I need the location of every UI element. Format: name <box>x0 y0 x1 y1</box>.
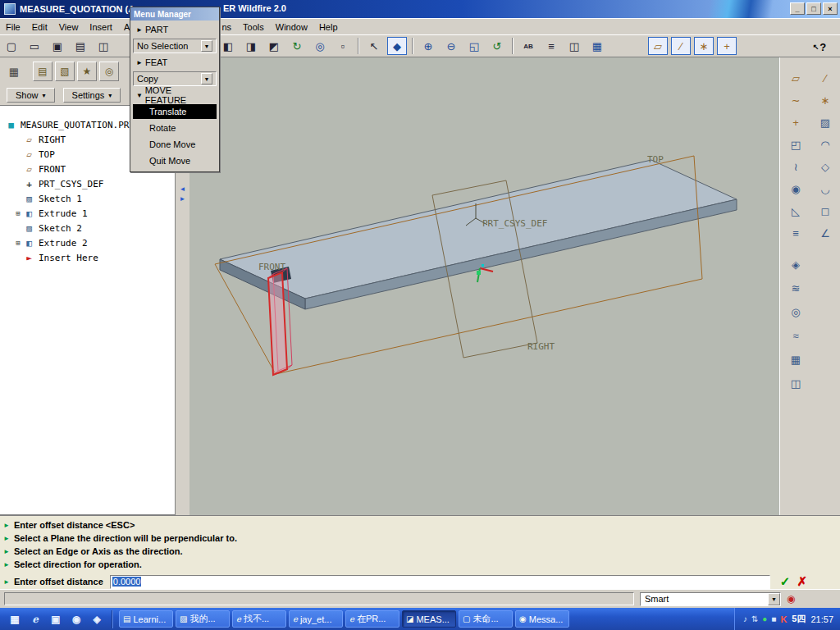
menu-manager-title[interactable]: Menu Manager <box>130 7 219 21</box>
menu-file[interactable]: File <box>0 21 26 34</box>
media-player-icon[interactable]: ◉ <box>69 612 84 627</box>
revolve-tool[interactable]: ◠ <box>815 135 835 153</box>
mm-rotate-item[interactable]: Rotate <box>133 121 217 135</box>
save-file-button[interactable]: ▣ <box>48 37 67 55</box>
style-tool[interactable]: ≋ <box>786 279 806 297</box>
tree-item-extrude2[interactable]: ⊞ ◧ Extrude 2 <box>0 235 175 250</box>
datum-points-toggle[interactable]: ∗ <box>694 37 714 55</box>
tree-item-extrude1[interactable]: ⊞ ◧ Extrude 1 <box>0 206 175 221</box>
tray-antivirus-icon[interactable]: ● <box>762 614 767 623</box>
menu-insert[interactable]: Insert <box>84 21 118 34</box>
expand-icon[interactable]: ⊞ <box>13 239 23 247</box>
ime-indicator[interactable]: 5四 <box>792 613 806 625</box>
round-tool[interactable]: ◡ <box>815 180 835 198</box>
accept-button[interactable]: ✓ <box>780 574 791 589</box>
model-view[interactable]: TOP FRONT RIGHT PRT_CSYS_DEF <box>189 57 779 515</box>
folder-browser-tab[interactable]: ▧ <box>55 62 75 81</box>
task-browser-3[interactable]: e 在PR... <box>345 610 399 628</box>
datum-axis-tool[interactable]: ∕ <box>815 69 835 87</box>
blend-tool[interactable]: ◇ <box>815 158 835 176</box>
model-tree-tab[interactable]: ▤ <box>33 62 52 81</box>
menu-view[interactable]: View <box>53 21 84 34</box>
menu-help[interactable]: Help <box>313 21 344 34</box>
datum-csys-toggle[interactable]: + <box>717 37 737 55</box>
print-button[interactable]: ▤ <box>71 37 90 55</box>
datum-plane-tool[interactable]: ▱ <box>786 69 806 87</box>
csys-label[interactable]: PRT_CSYS_DEF <box>482 218 547 229</box>
datum-csys-tool[interactable]: + <box>786 113 806 131</box>
new-file-button[interactable]: ▢ <box>2 37 21 55</box>
chamfer-tool[interactable]: ◺ <box>786 202 806 220</box>
refit-button[interactable]: ◱ <box>464 37 484 55</box>
tray-volume-icon[interactable]: ♪ <box>743 614 747 623</box>
rib-tool[interactable]: ≡ <box>786 224 806 242</box>
tray-update-icon[interactable]: ■ <box>771 614 776 623</box>
sketch-tool[interactable]: ▨ <box>815 113 835 131</box>
show-button[interactable]: Show ▾ <box>7 88 55 103</box>
open-file-button[interactable]: ▭ <box>25 37 44 55</box>
sweep-tool[interactable]: ≀ <box>786 158 806 176</box>
saved-views-button[interactable]: ▦ <box>587 37 607 55</box>
tree-item-sketch2[interactable]: ▨ Sketch 2 <box>0 221 175 235</box>
datum-point-tool[interactable]: ∗ <box>815 91 835 109</box>
front-datum-label[interactable]: FRONT <box>258 262 285 272</box>
cancel-button[interactable]: ✗ <box>797 574 807 589</box>
navigator-toggle-button[interactable]: ▦ <box>4 62 24 81</box>
maximize-button[interactable]: □ <box>806 2 821 15</box>
draft-tool[interactable]: ∠ <box>815 224 835 242</box>
taskbar-clock[interactable]: 21:57 <box>810 614 833 624</box>
task-my-documents[interactable]: ▨ 我的... <box>176 610 230 628</box>
mm-part-header[interactable]: ► PART <box>133 22 217 37</box>
mm-selection-combo[interactable]: No Selection ▼ <box>133 39 217 53</box>
history-tab[interactable]: ◎ <box>99 62 119 81</box>
close-button[interactable]: × <box>823 2 838 15</box>
layers-button[interactable]: ≡ <box>541 37 561 55</box>
settings-button[interactable]: Settings ▾ <box>63 88 121 103</box>
pattern-tool[interactable]: ▦ <box>786 350 806 368</box>
collapse-right-icon[interactable]: ► <box>180 195 186 203</box>
regenerate-button[interactable]: ↻ <box>287 37 307 55</box>
hole-tool[interactable]: ◉ <box>786 180 806 198</box>
menu-tools[interactable]: Tools <box>237 21 270 34</box>
messenger-quicklaunch-icon[interactable]: ◈ <box>89 612 104 627</box>
show-desktop-icon[interactable]: ▦ <box>7 612 22 627</box>
ie-quicklaunch-icon[interactable]: e <box>28 612 43 627</box>
tray-k-icon[interactable]: K <box>780 614 787 624</box>
mm-translate-item[interactable]: Translate <box>133 104 217 119</box>
top-datum-label[interactable]: TOP <box>647 154 664 165</box>
menu-edit[interactable]: Edit <box>26 21 53 34</box>
selection-buffer-icon[interactable]: ◉ <box>787 593 795 605</box>
tree-item-sketch1[interactable]: ▨ Sketch 1 <box>0 191 175 206</box>
tree-item-insert-here[interactable]: ► Insert Here <box>0 250 175 265</box>
task-browser-2[interactable]: e jay_et... <box>289 610 343 628</box>
tree-item-csys[interactable]: + PRT_CSYS_DEF <box>0 176 175 191</box>
mm-move-feature-section[interactable]: ▼ MOVE FEATURE <box>133 88 217 103</box>
datum-axes-toggle[interactable]: ∕ <box>671 37 691 55</box>
task-browser-1[interactable]: e 找不... <box>232 610 286 628</box>
menu-window[interactable]: Window <box>270 21 313 34</box>
offset-distance-input[interactable]: 0.0000 <box>110 575 770 589</box>
select-box-button[interactable]: ▫ <box>333 37 353 55</box>
task-learning[interactable]: ▤ Learni... <box>119 610 173 628</box>
datum-curve-tool[interactable]: ∼ <box>786 91 806 109</box>
annotation-button[interactable]: AB <box>518 37 538 55</box>
smart-select-button[interactable]: ◆ <box>387 37 407 55</box>
favorites-tab[interactable]: ★ <box>77 62 97 81</box>
toolbar-separator[interactable] <box>412 38 413 54</box>
tray-network-icon[interactable]: ⇅ <box>751 614 758 623</box>
surface-tool[interactable]: ◈ <box>786 255 806 273</box>
dropdown-arrow-icon[interactable]: ▼ <box>201 40 212 52</box>
paste-special-button[interactable]: ◩ <box>264 37 284 55</box>
graphics-viewport[interactable]: TOP FRONT RIGHT PRT_CSYS_DEF <box>189 57 779 515</box>
mm-quit-move-item[interactable]: Quit Move <box>133 153 217 168</box>
find-button[interactable]: ◎ <box>310 37 330 55</box>
zoom-out-button[interactable]: ⊖ <box>441 37 461 55</box>
mirror-tool[interactable]: ◫ <box>786 374 806 392</box>
wrap-tool[interactable]: ◎ <box>786 303 806 321</box>
datum-planes-toggle[interactable]: ▱ <box>648 37 668 55</box>
chevron-down-icon[interactable]: ▼ <box>768 593 780 605</box>
shell-tool[interactable]: ◻ <box>815 202 835 220</box>
select-arrow-button[interactable]: ↖ <box>364 37 384 55</box>
repaint-button[interactable]: ↺ <box>487 37 507 55</box>
toolbar-separator[interactable] <box>358 38 359 54</box>
